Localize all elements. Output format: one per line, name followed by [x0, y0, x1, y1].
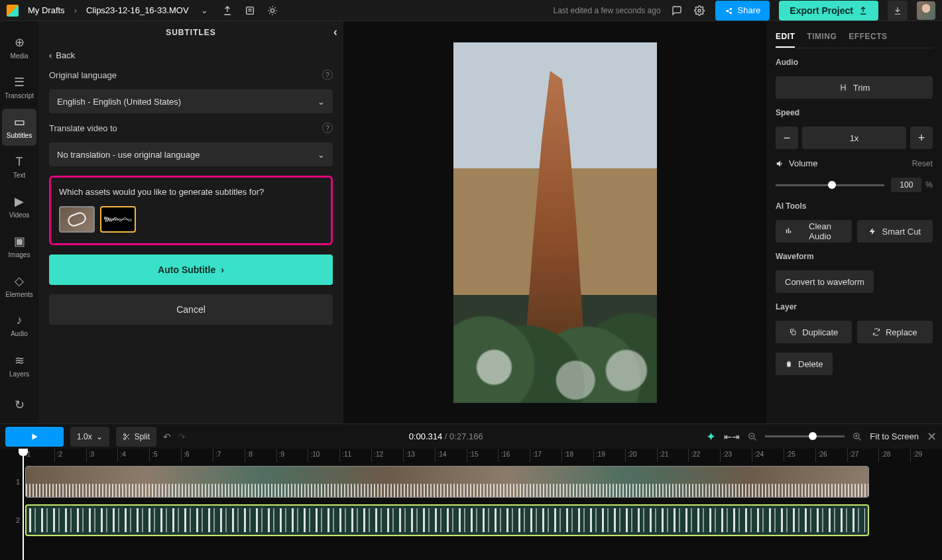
cancel-button[interactable]: Cancel: [49, 294, 333, 325]
orig-lang-label: Original language: [49, 70, 117, 80]
share-button[interactable]: Share: [715, 1, 770, 21]
volume-icon: [776, 159, 785, 168]
app-logo-icon[interactable]: [7, 5, 19, 17]
tab-timing[interactable]: TIMING: [807, 29, 837, 48]
ruler-tick: :22: [688, 449, 720, 462]
theme-icon[interactable]: [266, 4, 279, 17]
asset-audio-thumb[interactable]: [100, 206, 136, 233]
download-button[interactable]: [888, 1, 908, 21]
panel-title: SUBTITLES: [166, 28, 216, 37]
duplicate-button[interactable]: Duplicate: [776, 321, 852, 343]
trim-selection-icon[interactable]: ⇤⇥: [724, 431, 740, 442]
snap-icon[interactable]: ✦: [706, 429, 716, 444]
close-timeline-button[interactable]: ✕: [927, 429, 937, 444]
tab-edit[interactable]: EDIT: [776, 29, 795, 48]
delete-button[interactable]: Delete: [776, 353, 833, 375]
nav-layers-label: Layers: [9, 370, 29, 378]
volume-slider[interactable]: [776, 184, 884, 186]
speed-decrease-button[interactable]: −: [776, 127, 798, 149]
videos-icon: ▶: [15, 194, 24, 209]
timeline-track-2: 2: [13, 504, 942, 536]
help-icon[interactable]: ?: [322, 123, 333, 133]
replace-button[interactable]: Replace: [857, 321, 933, 343]
scissors-icon: [123, 433, 131, 441]
track-number: 1: [13, 478, 23, 486]
tab-effects[interactable]: EFFECTS: [849, 29, 887, 48]
orig-lang-select[interactable]: English - English (United States)⌄: [49, 89, 333, 113]
auto-subtitle-button[interactable]: Auto Subtitle›: [49, 254, 333, 285]
replace-label: Replace: [886, 327, 917, 337]
delete-label: Delete: [798, 359, 823, 369]
clean-audio-label: Clean Audio: [797, 221, 842, 241]
nav-elements[interactable]: ◇Elements: [2, 267, 36, 304]
ruler-tick: :29: [910, 449, 942, 462]
nav-audio[interactable]: ♪Audio: [2, 307, 36, 344]
nav-media[interactable]: ⊕Media: [2, 29, 36, 66]
redo-button[interactable]: ↷: [178, 431, 186, 442]
volume-value[interactable]: 100: [891, 178, 921, 192]
nav-subtitles-label: Subtitles: [7, 132, 32, 139]
upload-icon[interactable]: [221, 4, 234, 17]
volume-reset-button[interactable]: Reset: [912, 159, 933, 168]
zoom-slider[interactable]: [765, 435, 845, 437]
nav-text[interactable]: TText: [2, 148, 36, 186]
ruler-tick: :28: [878, 449, 910, 462]
video-clip[interactable]: [25, 466, 869, 498]
ruler-tick: :23: [720, 449, 752, 462]
breadcrumb-root[interactable]: My Drafts: [28, 5, 65, 15]
ruler-tick: :4: [117, 449, 149, 462]
preview-canvas[interactable]: [343, 21, 766, 423]
user-avatar[interactable]: [917, 1, 935, 20]
translate-select[interactable]: No translation - use original language⌄: [49, 142, 333, 166]
nav-transcript-label: Transcript: [5, 92, 34, 99]
svg-rect-3: [792, 331, 796, 335]
nav-more[interactable]: ↻: [2, 386, 36, 423]
smart-cut-button[interactable]: Smart Cut: [857, 220, 933, 243]
timeline[interactable]: :1:2:3:4:5:6:7:8:9:10:11:12:13:14:15:16:…: [0, 449, 942, 560]
ruler-tick: :17: [530, 449, 561, 462]
comment-icon[interactable]: [670, 4, 683, 17]
trim-label: Trim: [853, 83, 870, 93]
help-icon[interactable]: ?: [322, 70, 333, 80]
ruler-tick: :3: [86, 449, 118, 462]
play-button[interactable]: [5, 427, 64, 447]
asset-video-thumb[interactable]: [59, 206, 95, 233]
nav-videos[interactable]: ▶Videos: [2, 188, 36, 225]
ruler-tick: :20: [625, 449, 657, 462]
images-icon: ▣: [14, 234, 25, 249]
clean-audio-button[interactable]: Clean Audio: [776, 220, 852, 243]
chevron-down-icon[interactable]: ⌄: [198, 4, 211, 17]
export-button[interactable]: Export Project: [779, 1, 878, 21]
volume-label: Volume: [789, 158, 817, 168]
timeline-ruler[interactable]: :1:2:3:4:5:6:7:8:9:10:11:12:13:14:15:16:…: [0, 449, 942, 462]
fit-to-screen-button[interactable]: Fit to Screen: [870, 431, 919, 441]
breadcrumb-file[interactable]: Clips23-12-16_16-33.MOV: [86, 5, 189, 15]
audio-clip[interactable]: [25, 504, 869, 536]
ruler-tick: :8: [245, 449, 276, 462]
nav-subtitles[interactable]: ▭Subtitles: [2, 109, 36, 146]
properties-tabs: EDIT TIMING EFFECTS: [776, 29, 933, 48]
back-button[interactable]: ‹Back: [49, 50, 333, 60]
ruler-tick: :19: [593, 449, 625, 462]
trim-button[interactable]: Trim: [776, 76, 933, 99]
speed-increase-button[interactable]: +: [910, 127, 933, 149]
chevron-down-icon: ⌄: [318, 97, 325, 107]
notes-icon[interactable]: [243, 4, 257, 17]
nav-images[interactable]: ▣Images: [2, 228, 36, 265]
undo-button[interactable]: ↶: [163, 431, 171, 442]
settings-icon[interactable]: [693, 4, 706, 17]
track-number: 2: [13, 516, 23, 524]
zoom-out-button[interactable]: [748, 432, 757, 441]
ruler-tick: :27: [847, 449, 879, 462]
split-button[interactable]: Split: [116, 427, 156, 447]
preview-frame: [453, 42, 657, 403]
nav-layers[interactable]: ≋Layers: [2, 347, 36, 384]
ruler-tick: :11: [339, 449, 371, 462]
nav-transcript[interactable]: ☰Transcript: [2, 69, 36, 106]
smart-cut-label: Smart Cut: [882, 227, 921, 237]
playback-speed-dropdown[interactable]: 1.0x⌄: [70, 427, 109, 447]
zoom-in-button[interactable]: [853, 432, 862, 441]
convert-waveform-button[interactable]: Convert to waveform: [776, 270, 874, 293]
collapse-panel-icon[interactable]: ‹: [333, 25, 338, 39]
playhead[interactable]: [23, 449, 24, 560]
